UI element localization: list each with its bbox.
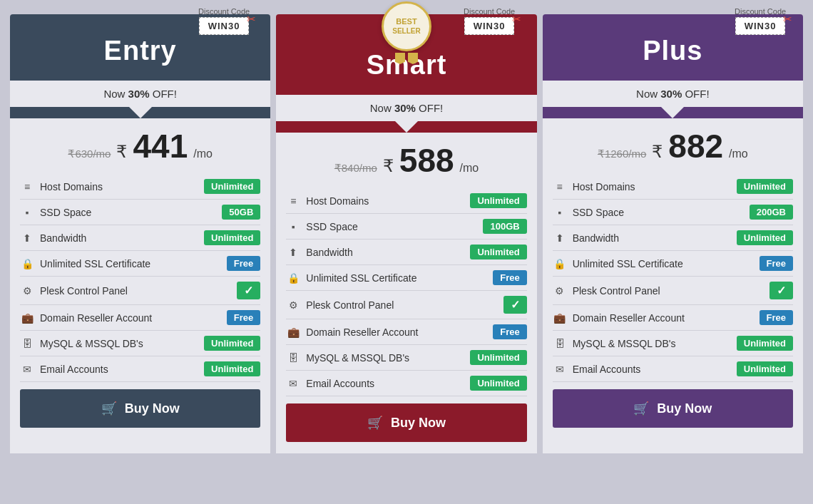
feature-plus-ssl: 🔒Unlimited SSL Certificate Free (553, 251, 793, 277)
ssl-icon: 🔒 (553, 257, 567, 271)
plesk-icon: ⚙ (286, 298, 300, 312)
ssd-icon: ▪ (553, 205, 567, 220)
discount-code-entry: WIN30 (199, 17, 250, 35)
plan-entry-new-price: 441 (133, 130, 188, 163)
feature-plus-email: ✉Email Accounts Unlimited (553, 356, 793, 382)
feature-label: Domain Reseller Account (40, 312, 152, 324)
feature-badge: ✓ (769, 282, 793, 299)
discount-label-smart: Discount Code (464, 7, 515, 16)
ribbon-right (408, 53, 418, 64)
feature-badge: Free (760, 310, 793, 325)
host-domains-icon: ≡ (286, 194, 300, 208)
plan-plus-currency: ₹ (652, 142, 663, 162)
feature-badge: Free (760, 256, 793, 271)
feature-badge: 50GB (222, 205, 260, 220)
best-seller-badge: BEST SELLER (382, 1, 431, 64)
plesk-icon: ⚙ (553, 284, 567, 298)
plan-plus-period: /mo (729, 148, 748, 160)
cart-icon: 🛒 (367, 416, 383, 430)
feature-label: Bandwidth (306, 247, 352, 258)
buy-now-plus[interactable]: 🛒 Buy Now (553, 389, 793, 428)
seller-label: SELLER (392, 27, 420, 36)
plan-entry-title: Entry (17, 36, 263, 66)
feature-label: Plesk Control Panel (573, 285, 660, 297)
email-icon: ✉ (286, 376, 300, 391)
feature-entry-mysql: 🗄MySQL & MSSQL DB's Unlimited (20, 331, 260, 356)
plan-entry-old-price: ₹630/mo (68, 148, 111, 160)
scissors-icon-plus: ✂ (783, 13, 792, 26)
feature-entry-ssd: ▪SSD Space 50GB (20, 200, 260, 225)
bandwidth-icon: ⬆ (286, 245, 300, 259)
buy-now-entry[interactable]: 🛒 Buy Now (20, 389, 260, 428)
feature-plus-mysql: 🗄MySQL & MSSQL DB's Unlimited (553, 331, 793, 356)
ssd-icon: ▪ (20, 205, 34, 220)
plan-entry-body: ₹630/mo ₹ 441 /mo ≡Host Domains Unlimite… (10, 118, 270, 453)
feature-label: Host Domains (40, 181, 103, 192)
feature-label: MySQL & MSSQL DB's (573, 338, 676, 349)
feature-label: MySQL & MSSQL DB's (306, 352, 409, 364)
ribbon-left (395, 53, 405, 64)
discount-code-plus: WIN30 (735, 17, 786, 35)
feature-label: Unlimited SSL Certificate (573, 258, 683, 269)
ssl-icon: 🔒 (286, 271, 300, 285)
mysql-icon: 🗄 (20, 336, 34, 351)
buy-now-smart[interactable]: 🛒 Buy Now (286, 403, 526, 442)
bandwidth-icon: ⬆ (553, 231, 567, 245)
feature-badge: Unlimited (737, 336, 793, 351)
feature-smart-ssl: 🔒Unlimited SSL Certificate Free (286, 265, 526, 291)
plan-entry-period: /mo (193, 148, 213, 160)
plan-plus-old-price: ₹1260/mo (598, 148, 646, 160)
feature-label: Domain Reseller Account (306, 326, 418, 338)
plan-entry-pointer (129, 107, 152, 118)
feature-entry-host-domains: ≡Host Domains Unlimited (20, 174, 260, 200)
plan-plus-new-price: 882 (668, 130, 723, 163)
feature-smart-email: ✉Email Accounts Unlimited (286, 371, 526, 396)
feature-badge: Unlimited (470, 350, 526, 365)
ssd-icon: ▪ (286, 220, 300, 234)
feature-badge: Free (227, 256, 260, 271)
best-seller-ribbon (382, 53, 431, 64)
best-seller-circle: BEST SELLER (382, 1, 431, 51)
mysql-icon: 🗄 (286, 351, 300, 365)
feature-badge: 200GB (750, 205, 793, 220)
mysql-icon: 🗄 (553, 336, 567, 351)
email-icon: ✉ (553, 362, 567, 376)
discount-label-entry: Discount Code (198, 7, 250, 16)
plan-entry-currency: ₹ (116, 142, 127, 162)
feature-label: Bandwidth (573, 232, 619, 244)
scissors-icon-entry: ✂ (247, 13, 256, 26)
best-label: BEST (396, 17, 416, 26)
feature-label: Plesk Control Panel (40, 285, 128, 297)
feature-badge: Unlimited (470, 193, 526, 208)
feature-label: Email Accounts (306, 378, 374, 389)
feature-badge: Unlimited (737, 361, 793, 376)
cart-icon: 🛒 (633, 401, 649, 416)
feature-plus-plesk: ⚙Plesk Control Panel ✓ (553, 277, 793, 305)
email-icon: ✉ (20, 362, 34, 376)
plan-smart-period: /mo (460, 162, 479, 175)
plan-smart-pricing: ₹840/mo ₹ 588 /mo (286, 144, 526, 177)
feature-label: SSD Space (40, 207, 91, 218)
feature-smart-ssd: ▪SSD Space 100GB (286, 214, 526, 240)
feature-plus-host-domains: ≡Host Domains Unlimited (553, 174, 793, 200)
discount-code-smart: WIN30 (464, 17, 515, 35)
reseller-icon: 💼 (553, 311, 567, 325)
feature-smart-host-domains: ≡Host Domains Unlimited (286, 188, 526, 214)
plan-plus-pricing: ₹1260/mo ₹ 882 /mo (553, 130, 793, 163)
plesk-icon: ⚙ (20, 284, 34, 298)
feature-badge: Unlimited (204, 361, 260, 376)
host-domains-icon: ≡ (553, 180, 567, 194)
plan-smart: BEST SELLER Smart Now 30% OFF! ₹840/mo ₹… (276, 14, 536, 453)
discount-label-plus: Discount Code (735, 7, 786, 16)
feature-plus-bandwidth: ⬆Bandwidth Unlimited (553, 225, 793, 251)
feature-badge: 100GB (483, 219, 526, 234)
feature-label: Unlimited SSL Certificate (306, 272, 416, 284)
host-domains-icon: ≡ (20, 180, 34, 194)
feature-badge: Unlimited (470, 245, 526, 259)
plan-plus-discount: Now 30% OFF! (543, 81, 803, 107)
feature-label: SSD Space (306, 221, 357, 232)
feature-label: Email Accounts (573, 364, 641, 375)
feature-label: Email Accounts (40, 364, 108, 375)
feature-entry-bandwidth: ⬆Bandwidth Unlimited (20, 225, 260, 251)
feature-entry-plesk: ⚙Plesk Control Panel ✓ (20, 277, 260, 305)
